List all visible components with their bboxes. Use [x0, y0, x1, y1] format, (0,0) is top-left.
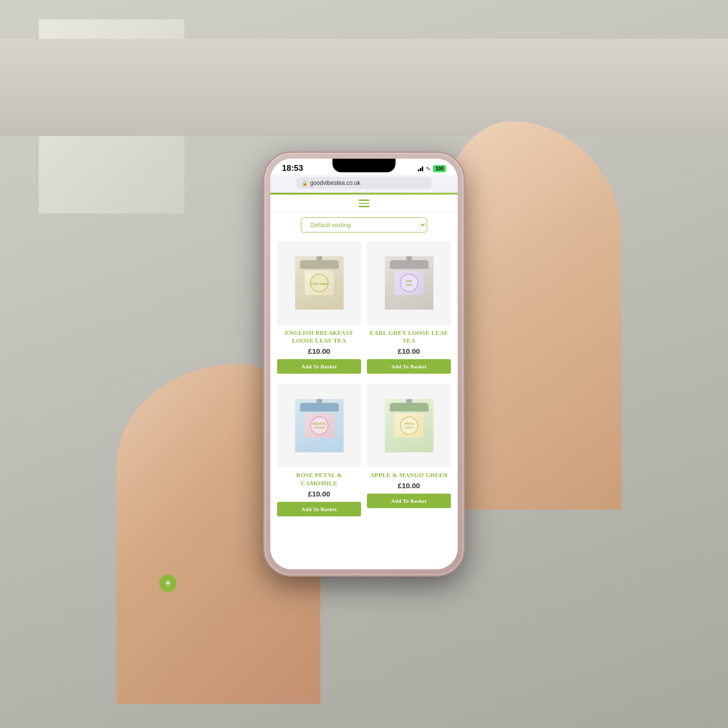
tea-tin-english: GOOD VIBES [295, 256, 344, 310]
product-image-apple-mango[interactable]: APPLE & MANGO [367, 383, 451, 467]
sort-select[interactable]: Default sorting Sort by popularity Sort … [301, 217, 427, 232]
product-card-english-breakfast: GOOD VIBES English Breakfast Loose Leaf … [274, 237, 364, 380]
phone-shell: 18:53 ∿ 100 🔒 goodvibestea.co.uk [265, 153, 463, 575]
svg-point-5 [311, 417, 328, 434]
svg-text:CAMOMILE: CAMOMILE [313, 427, 325, 429]
hand-right [437, 121, 621, 510]
svg-text:GOOD VIBES: GOOD VIBES [310, 282, 328, 285]
add-to-basket-button-apple-mango[interactable]: Add to Basket [367, 494, 451, 508]
product-card-apple-mango: APPLE & MANGO Apple & Mango Green £10.00… [364, 380, 454, 522]
phone-notch [332, 159, 396, 172]
product-image-earl-grey[interactable]: EARL GREY [367, 241, 451, 325]
phone-screen: 18:53 ∿ 100 🔒 goodvibestea.co.uk [270, 159, 458, 569]
add-to-basket-button-rose-petal[interactable]: Add to Basket [277, 502, 361, 516]
product-grid: GOOD VIBES English Breakfast Loose Leaf … [270, 237, 458, 523]
product-image-rose-petal[interactable]: ROSE PETAL CAMOMILE [277, 383, 361, 467]
product-price-apple-mango: £10.00 [398, 481, 420, 490]
svg-text:GREY: GREY [405, 283, 413, 286]
add-to-basket-button-earl-grey[interactable]: Add to Basket [367, 359, 451, 374]
battery-badge: 100 [433, 165, 446, 172]
scene-wrapper: 18:53 ∿ 100 🔒 goodvibestea.co.uk [146, 24, 582, 704]
product-name-rose-petal: Rose Petal & Camomile [277, 471, 361, 488]
site-content[interactable]: Default sorting Sort by popularity Sort … [270, 195, 458, 569]
add-to-basket-button-english-breakfast[interactable]: Add to Basket [277, 359, 361, 374]
svg-text:APPLE &: APPLE & [404, 423, 414, 425]
address-bar[interactable]: 🔒 goodvibestea.co.uk [270, 175, 458, 193]
product-card-earl-grey: EARL GREY Earl Grey Loose Leaf Tea £10.0… [364, 237, 454, 380]
tea-tin-apple: APPLE & MANGO [385, 399, 433, 452]
product-name-english-breakfast: English Breakfast Loose Leaf Tea [277, 329, 361, 346]
svg-point-2 [400, 274, 418, 292]
svg-point-8 [400, 417, 418, 434]
tea-tin-rose: ROSE PETAL CAMOMILE [295, 399, 344, 452]
product-price-rose-petal: £10.00 [308, 490, 331, 498]
logo-circle-icon: ☀ [164, 578, 172, 589]
address-field[interactable]: 🔒 goodvibestea.co.uk [296, 177, 432, 189]
product-price-earl-grey: £10.00 [398, 347, 420, 355]
product-price-english-breakfast: £10.00 [308, 347, 331, 355]
site-header [270, 195, 458, 213]
product-image-english-breakfast[interactable]: GOOD VIBES [277, 241, 361, 325]
status-time: 18:53 [282, 164, 303, 173]
signal-icon [418, 165, 423, 171]
status-icons: ∿ 100 [418, 165, 446, 172]
svg-text:ROSE PETAL: ROSE PETAL [312, 423, 326, 425]
wifi-icon: ∿ [426, 165, 430, 172]
product-name-apple-mango: Apple & Mango Green [370, 471, 447, 480]
lock-icon: 🔒 [302, 181, 308, 186]
sort-container: Default sorting Sort by popularity Sort … [270, 213, 458, 237]
svg-text:MANGO: MANGO [405, 427, 414, 429]
product-name-earl-grey: Earl Grey Loose Leaf Tea [367, 329, 451, 346]
url-text: goodvibestea.co.uk [310, 180, 360, 186]
logo-circle: ☀ [159, 575, 177, 592]
svg-text:EARL: EARL [406, 280, 413, 282]
tea-tin-earl: EARL GREY [385, 256, 433, 310]
product-card-rose-petal: ROSE PETAL CAMOMILE Rose Petal & Camomil… [274, 380, 364, 522]
hamburger-menu-icon[interactable] [359, 199, 369, 207]
